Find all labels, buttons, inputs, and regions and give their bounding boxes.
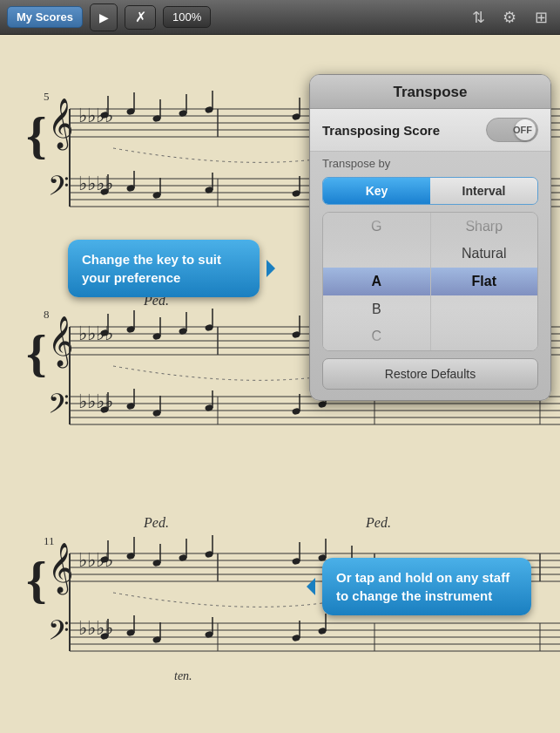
- play-icon: ▶: [99, 10, 109, 24]
- key-interval-tabs: Key Interval: [322, 177, 538, 205]
- transpose-by-label: Transpose by: [310, 152, 550, 173]
- metronome-icon: ✗: [135, 9, 146, 25]
- key-tooltip-text: Change the key to suit your preference: [82, 252, 221, 285]
- transposing-score-row: Transposing Score OFF: [310, 109, 550, 152]
- instrument-tooltip-bubble: Or tap and hold on any staff to change t…: [322, 558, 531, 615]
- key-tooltip-bubble: Change the key to suit your preference: [68, 240, 260, 297]
- picker-item-flat[interactable]: Flat: [431, 268, 538, 295]
- score-area: Change the key to suit your preference O…: [0, 35, 560, 733]
- picker-container[interactable]: G A B C Sharp Natural Flat: [322, 212, 538, 351]
- play-button[interactable]: ▶: [90, 3, 118, 31]
- picker-item-a-above[interactable]: [323, 241, 430, 268]
- picker-col-accidental[interactable]: Sharp Natural Flat: [430, 213, 538, 350]
- transpose-panel-title: Transpose: [310, 75, 550, 109]
- picker-item-c[interactable]: C: [323, 322, 430, 350]
- toggle-off-label: OFF: [513, 125, 532, 135]
- toolbar: My Scores ▶ ✗ 100% ⇅ ⚙ ⊞: [0, 0, 560, 35]
- restore-defaults-button[interactable]: Restore Defaults: [322, 358, 538, 390]
- grid-icon[interactable]: ⊞: [529, 5, 553, 30]
- picker-item-empty2[interactable]: [431, 322, 538, 350]
- settings-icon[interactable]: ⚙: [497, 5, 522, 30]
- zoom-display: 100%: [163, 6, 211, 28]
- picker-item-b[interactable]: B: [323, 295, 430, 323]
- instrument-tooltip-text: Or tap and hold on any staff to change t…: [336, 570, 509, 603]
- picker-item-natural[interactable]: Natural: [431, 241, 538, 268]
- tab-interval[interactable]: Interval: [430, 178, 537, 204]
- my-scores-button[interactable]: My Scores: [7, 6, 83, 28]
- picker-item-empty[interactable]: [431, 295, 538, 323]
- transposing-score-label: Transposing Score: [322, 123, 440, 138]
- transposing-score-toggle[interactable]: OFF: [486, 118, 538, 142]
- picker-col-note[interactable]: G A B C: [323, 213, 430, 350]
- metronome-button[interactable]: ✗: [125, 5, 156, 30]
- tab-key[interactable]: Key: [323, 178, 430, 204]
- transpose-icon[interactable]: ⇅: [466, 5, 490, 30]
- picker-item-sharp[interactable]: Sharp: [431, 213, 538, 241]
- transpose-panel: Transpose Transposing Score OFF Transpos…: [309, 74, 551, 401]
- picker-item-a[interactable]: A: [323, 268, 430, 295]
- picker-item-g[interactable]: G: [323, 213, 430, 241]
